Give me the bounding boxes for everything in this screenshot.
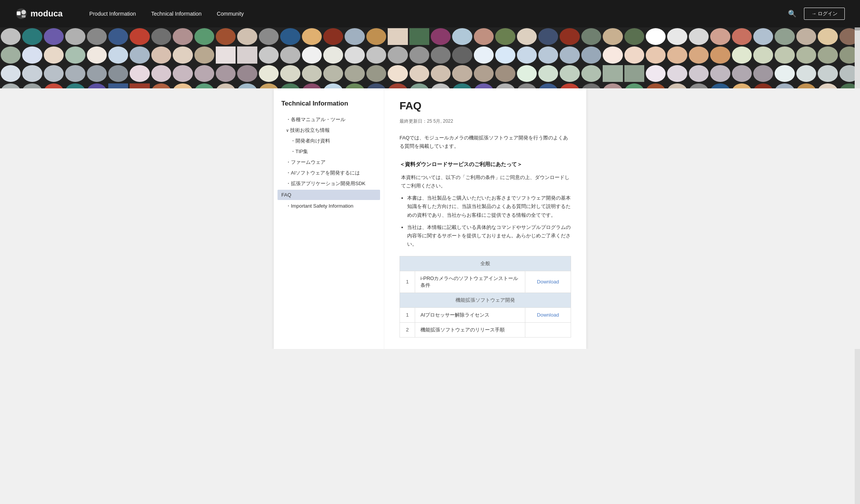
sidebar-item-firmware[interactable]: ファームウェア: [281, 157, 376, 168]
table-num-2-1: 1: [400, 307, 415, 322]
table-row: 1 i-PROカメラへのソフトウェアインストール条件 Download: [400, 271, 571, 293]
sidebar-item-manuals[interactable]: 各種マニュアル・ツール: [281, 114, 376, 125]
table-download-2-2: [525, 322, 571, 337]
bullet-list: 本書は、当社製品をご購入いただいたお客さまでソフトウェア開発の基本知識を有した方…: [407, 194, 571, 248]
download-link-2-1[interactable]: Download: [537, 312, 559, 318]
intro-text: FAQでは、モジュールカメラの機能拡張ソフトウェア開発を行う際のよくある質問を掲…: [400, 134, 571, 150]
sidebar-title: Technical Information: [281, 100, 376, 107]
white-panel: Technical Information 各種マニュアル・ツール 技術お役立ち…: [274, 88, 586, 349]
sidebar-item-ai[interactable]: AIソフトウェアを開発するには: [281, 168, 376, 178]
download-link-1-1[interactable]: Download: [537, 279, 559, 285]
sidebar-item-tech[interactable]: 技術お役立ち情報: [281, 125, 376, 136]
logo-icon: [15, 8, 27, 20]
table-section-general-header: 全般: [400, 256, 571, 271]
sidebar-item-safety[interactable]: Important Safety Information: [281, 201, 376, 211]
faq-table: 全般 1 i-PROカメラへのソフトウェアインストール条件 Download 機…: [400, 256, 571, 338]
table-num-2-2: 2: [400, 322, 415, 337]
svg-rect-3: [22, 15, 26, 18]
logo-text: moduca: [30, 9, 63, 19]
notice-text: 本資料については、以下の「ご利用の条件」にご同意の上、ダウンロードしてご利用くだ…: [400, 173, 571, 190]
table-download-2-1: Download: [525, 307, 571, 322]
main-content: FAQ 最終更新日：25 5月, 2022 FAQでは、モジュールカメラの機能拡…: [384, 88, 586, 349]
table-row: 1 AIプロセッサー解除ライセンス Download: [400, 307, 571, 322]
table-row: 2 機能拡張ソフトウェアのリリース手順: [400, 322, 571, 337]
table-download-1-1: Download: [525, 271, 571, 293]
svg-rect-2: [21, 10, 26, 14]
header-actions: 🔍 → ログイン: [788, 8, 845, 20]
main-header: moduca Product Information Technical Inf…: [0, 0, 860, 27]
sidebar-item-sdk[interactable]: 拡張アプリケーション開発用SDK: [281, 178, 376, 189]
table-num-1-1: 1: [400, 271, 415, 293]
sidebar-item-tips[interactable]: TIP集: [281, 146, 376, 157]
table-text-2-2: 機能拡張ソフトウェアのリリース手順: [415, 322, 525, 337]
sidebar-menu: 各種マニュアル・ツール 技術お役立ち情報 開発者向け資料 TIP集 ファームウェ…: [281, 114, 376, 211]
sidebar-item-faq[interactable]: FAQ: [278, 190, 380, 200]
page-title: FAQ: [400, 100, 571, 112]
bullet-item-2: 当社は、本情報に記載している具体的なコマンドやサンプルプログラムの内容等に関する…: [407, 223, 571, 248]
table-text-2-1: AIプロセッサー解除ライセンス: [415, 307, 525, 322]
nav-item-community[interactable]: Community: [209, 11, 252, 17]
svg-rect-1: [17, 11, 21, 15]
table-section-ext-header: 機能拡張ソフトウェア開発: [400, 293, 571, 307]
table-section-general: 全般: [400, 256, 571, 271]
nav-item-product[interactable]: Product Information: [82, 11, 143, 17]
table-section-ext: 機能拡張ソフトウェア開発: [400, 293, 571, 307]
table-text-1-1: i-PROカメラへのソフトウェアインストール条件: [415, 271, 525, 293]
login-button[interactable]: → ログイン: [804, 8, 845, 20]
sidebar-item-dev[interactable]: 開発者向け資料: [281, 136, 376, 146]
section-heading: ＜資料ダウンロードサービスのご利用にあたって＞: [400, 161, 571, 168]
main-nav: Product Information Technical Informatio…: [82, 11, 788, 17]
logo[interactable]: moduca: [15, 8, 63, 20]
nav-item-technical[interactable]: Technical Information: [144, 11, 209, 17]
bullet-item-1: 本書は、当社製品をご購入いただいたお客さまでソフトウェア開発の基本知識を有した方…: [407, 194, 571, 219]
search-button[interactable]: 🔍: [788, 10, 796, 18]
sidebar: Technical Information 各種マニュアル・ツール 技術お役立ち…: [274, 88, 384, 349]
last-updated: 最終更新日：25 5月, 2022: [400, 118, 571, 125]
